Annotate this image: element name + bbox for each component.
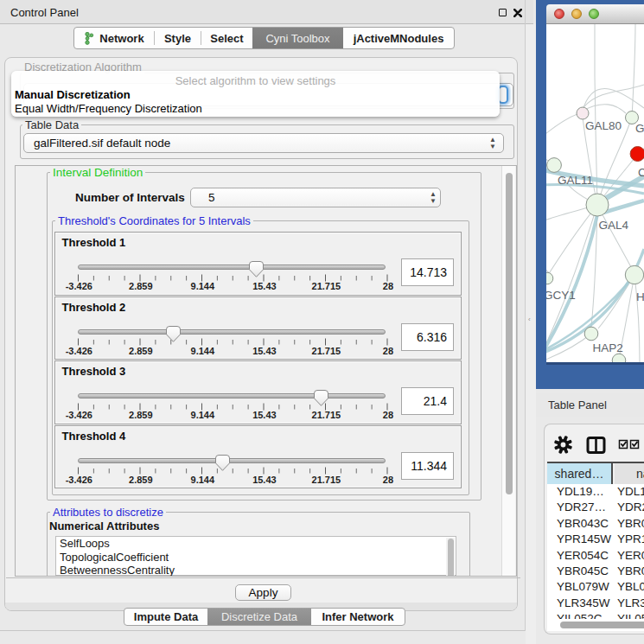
svg-text:H: H (636, 290, 644, 303)
svg-text:C: C (638, 166, 644, 179)
svg-text:HAP2: HAP2 (593, 341, 623, 354)
svg-text:GAL11: GAL11 (558, 174, 593, 187)
svg-text:G: G (635, 122, 644, 135)
svg-text:GAL80: GAL80 (585, 119, 622, 132)
svg-text:GCY1: GCY1 (546, 289, 576, 302)
svg-text:GAL4: GAL4 (599, 219, 629, 232)
